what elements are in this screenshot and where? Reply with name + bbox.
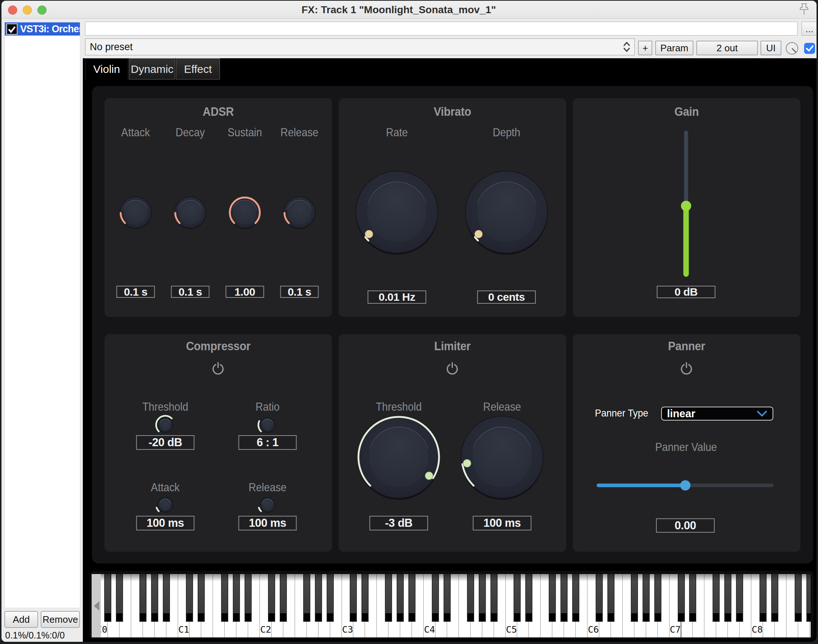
limiter-release-knob[interactable] <box>456 411 548 504</box>
fx-list-item-selected[interactable]: VST3i: Orches <box>5 22 80 35</box>
panner-type-dropdown[interactable]: linear <box>661 406 773 420</box>
tab-violin[interactable]: Violin <box>85 58 128 80</box>
black-key[interactable] <box>643 574 649 622</box>
black-key[interactable] <box>116 574 123 622</box>
vibrato-depth-value[interactable]: 0 cents <box>477 290 536 304</box>
tab-dynamic[interactable]: Dynamic <box>129 58 175 80</box>
black-key[interactable] <box>760 574 767 622</box>
pin-icon[interactable] <box>796 2 812 18</box>
gain-value[interactable]: 0 dB <box>657 286 715 298</box>
panner-value[interactable]: 0.00 <box>656 518 715 533</box>
panner-slider-handle[interactable] <box>680 480 691 491</box>
black-key[interactable] <box>151 574 158 622</box>
black-key[interactable] <box>654 574 661 622</box>
black-key[interactable] <box>104 574 111 622</box>
scroll-left-arrow-icon[interactable] <box>92 600 100 612</box>
adsr-attack-knob[interactable] <box>118 195 153 232</box>
black-key[interactable] <box>467 574 474 622</box>
comp-threshold-knob[interactable] <box>154 414 176 437</box>
limiter-threshold-value[interactable]: -3 dB <box>370 516 428 531</box>
black-key[interactable] <box>514 574 521 622</box>
black-key[interactable] <box>432 574 439 622</box>
black-key[interactable] <box>409 574 416 622</box>
fx-list[interactable]: VST3i: Orches <box>5 21 80 608</box>
black-key[interactable] <box>490 574 497 622</box>
adsr-release-knob[interactable] <box>282 195 317 232</box>
black-key[interactable] <box>561 574 568 622</box>
black-key[interactable] <box>198 574 205 622</box>
black-key[interactable] <box>724 574 732 622</box>
preset-combobox[interactable]: No preset <box>85 38 635 55</box>
black-key[interactable] <box>806 574 811 622</box>
black-key[interactable] <box>139 574 146 622</box>
black-key[interactable] <box>362 574 369 622</box>
ui-button[interactable]: UI <box>760 41 781 55</box>
add-fx-button[interactable]: Add <box>5 611 38 628</box>
panner-power-icon[interactable] <box>678 360 695 376</box>
remove-fx-button[interactable]: Remove <box>41 611 80 628</box>
black-key[interactable] <box>233 574 240 622</box>
adsr-sustain-knob[interactable] <box>227 195 262 232</box>
fx-enable-checkbox[interactable] <box>6 23 18 35</box>
add-preset-button[interactable]: + <box>638 41 652 55</box>
more-options-button[interactable]: ... <box>801 21 816 35</box>
outputs-button[interactable]: 2 out <box>696 41 758 55</box>
gain-slider[interactable] <box>573 98 800 317</box>
black-key[interactable] <box>549 574 556 622</box>
comp-threshold-value[interactable]: -20 dB <box>137 435 195 450</box>
black-key[interactable] <box>163 574 170 622</box>
black-key[interactable] <box>397 574 404 622</box>
gain-slider-handle[interactable] <box>681 201 691 211</box>
black-key[interactable] <box>221 574 228 622</box>
fx-comment-field[interactable] <box>85 21 798 35</box>
black-key[interactable] <box>268 574 275 622</box>
adsr-decay-knob[interactable] <box>173 195 208 232</box>
black-key[interactable] <box>771 574 778 622</box>
vibrato-rate-knob[interactable] <box>351 166 443 259</box>
black-key[interactable] <box>350 574 357 622</box>
comp-release-knob[interactable] <box>256 494 279 517</box>
comp-ratio-value[interactable]: 6 : 1 <box>239 435 297 450</box>
limiter-release-value[interactable]: 100 ms <box>473 516 531 531</box>
keyboard-scroll-strip[interactable] <box>92 574 101 638</box>
adsr-attack-value[interactable]: 0.1 s <box>117 286 155 298</box>
black-key[interactable] <box>678 574 684 622</box>
vibrato-rate-value[interactable]: 0.01 Hz <box>368 290 426 304</box>
comp-ratio-knob[interactable] <box>256 414 279 437</box>
wet-dry-knob[interactable] <box>786 42 798 55</box>
black-key[interactable] <box>303 574 310 622</box>
fx-active-checkbox[interactable] <box>804 43 815 54</box>
black-key[interactable] <box>795 574 801 622</box>
param-button[interactable]: Param <box>655 41 694 55</box>
black-key[interactable] <box>186 574 193 622</box>
adsr-sustain-value[interactable]: 1.00 <box>226 286 264 298</box>
combo-stepper-icon[interactable] <box>622 41 631 53</box>
panner-slider[interactable] <box>597 482 773 489</box>
limiter-threshold-knob[interactable] <box>353 411 445 504</box>
black-key[interactable] <box>713 574 720 622</box>
black-key[interactable] <box>385 574 392 622</box>
compressor-power-icon[interactable] <box>210 360 226 376</box>
vibrato-depth-knob[interactable] <box>461 166 552 259</box>
black-key[interactable] <box>607 574 614 622</box>
black-key[interactable] <box>279 574 287 622</box>
black-key[interactable] <box>327 574 333 622</box>
black-key[interactable] <box>631 574 638 622</box>
black-key[interactable] <box>595 574 603 622</box>
comp-attack-value[interactable]: 100 ms <box>137 516 195 531</box>
adsr-release-value[interactable]: 0.1 s <box>280 286 319 298</box>
black-key[interactable] <box>444 574 450 622</box>
adsr-decay-value[interactable]: 0.1 s <box>171 286 210 298</box>
black-key[interactable] <box>736 574 743 622</box>
black-key[interactable] <box>689 574 696 622</box>
black-key[interactable] <box>526 574 533 622</box>
black-key[interactable] <box>479 574 486 622</box>
piano-keys[interactable]: C0C1C2C3C4C5C6C7C8 <box>96 574 811 638</box>
comp-release-value[interactable]: 100 ms <box>239 516 297 531</box>
black-key[interactable] <box>572 574 579 622</box>
limiter-power-icon[interactable] <box>444 360 460 376</box>
comp-attack-knob[interactable] <box>154 494 176 517</box>
black-key[interactable] <box>315 574 322 622</box>
tab-effect[interactable]: Effect <box>176 58 220 80</box>
black-key[interactable] <box>245 574 252 622</box>
